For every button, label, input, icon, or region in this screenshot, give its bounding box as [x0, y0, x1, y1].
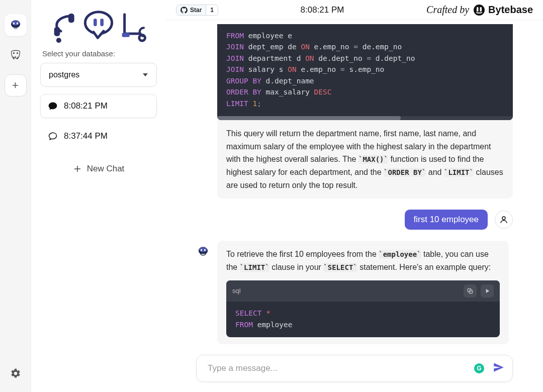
- svg-point-5: [17, 53, 18, 54]
- svg-rect-2: [13, 22, 15, 24]
- svg-point-1: [12, 21, 19, 26]
- assistant-avatar: [196, 28, 210, 42]
- brand-logo: [40, 7, 157, 47]
- code-lang-label: sql: [232, 286, 241, 297]
- main-panel: Star 1 8:08:21 PM Crafted by Bytebase FR…: [166, 0, 543, 392]
- svg-point-9: [85, 12, 112, 33]
- chat-item-label: 8:37:44 PM: [64, 131, 108, 141]
- svg-rect-20: [201, 249, 202, 251]
- composer[interactable]: G: [196, 355, 513, 382]
- run-code-button[interactable]: [481, 284, 494, 298]
- svg-point-14: [474, 5, 485, 16]
- user-avatar: [495, 211, 513, 229]
- bytebase-logo[interactable]: Bytebase: [473, 4, 533, 16]
- svg-rect-12: [122, 33, 130, 37]
- horizontal-scrollbar[interactable]: [217, 116, 513, 120]
- crafted-by: Crafted by Bytebase: [426, 4, 533, 16]
- plus-icon: [73, 164, 82, 173]
- grammarly-icon[interactable]: G: [474, 363, 484, 373]
- rail-add-button[interactable]: +: [5, 74, 27, 96]
- new-chat-label: New Chat: [87, 164, 125, 174]
- code-header: sql: [226, 280, 500, 302]
- settings-icon[interactable]: [10, 368, 21, 381]
- code-block: sql SELECT * FROM employee: [226, 280, 500, 337]
- composer-area: G: [166, 349, 543, 392]
- svg-rect-6: [54, 27, 60, 36]
- svg-rect-11: [100, 19, 104, 26]
- chat-item-label: 8:08:21 PM: [64, 101, 108, 111]
- svg-rect-7: [68, 14, 74, 23]
- message-input[interactable]: [207, 363, 474, 374]
- copy-code-button[interactable]: [464, 284, 477, 298]
- github-star-count: 1: [206, 5, 218, 15]
- svg-point-19: [199, 247, 207, 252]
- topbar: Star 1 8:08:21 PM Crafted by Bytebase: [166, 0, 543, 20]
- code-content[interactable]: SELECT * FROM employee: [226, 302, 500, 337]
- github-icon: [180, 7, 188, 14]
- crafted-by-text: Crafted by: [426, 4, 469, 16]
- chat-filled-icon: [48, 101, 58, 111]
- svg-rect-16: [480, 7, 482, 12]
- code-content[interactable]: FROM employee e JOIN dept_emp de ON e.em…: [217, 24, 513, 116]
- github-star-label: Star: [190, 7, 202, 14]
- sidebar: Select your database: postgres 8:08:21 P…: [31, 0, 166, 392]
- send-button[interactable]: [492, 361, 505, 376]
- github-star-button[interactable]: Star 1: [176, 5, 218, 16]
- db-select[interactable]: postgres: [40, 63, 157, 87]
- person-icon: [499, 215, 508, 224]
- svg-rect-21: [204, 249, 206, 251]
- svg-point-4: [13, 53, 14, 54]
- conversation-scroll[interactable]: FROM employee e JOIN dept_emp de ON e.em…: [166, 20, 543, 349]
- bytebase-name: Bytebase: [488, 4, 533, 16]
- chat-history-item[interactable]: 8:08:21 PM: [40, 94, 157, 118]
- svg-rect-15: [477, 7, 479, 12]
- page-title: 8:08:21 PM: [218, 5, 426, 15]
- assistant-message: FROM employee e JOIN dept_emp de ON e.em…: [196, 24, 513, 199]
- chat-outline-icon: [48, 131, 58, 141]
- svg-point-8: [56, 38, 61, 43]
- user-message: first 10 employee: [405, 210, 488, 230]
- rail-postgres-icon[interactable]: [5, 44, 27, 66]
- assistant-message: To retrieve the first 10 employees from …: [196, 241, 513, 344]
- db-select-value: postgres: [49, 70, 79, 79]
- svg-point-17: [502, 217, 505, 220]
- code-block: FROM employee e JOIN dept_emp de ON e.em…: [217, 24, 513, 120]
- new-chat-button[interactable]: New Chat: [40, 157, 157, 180]
- svg-rect-10: [94, 19, 97, 26]
- chat-history-item[interactable]: 8:37:44 PM: [40, 124, 157, 148]
- assistant-avatar: [196, 245, 210, 259]
- chevron-down-icon: [142, 72, 148, 78]
- rail-chat-icon[interactable]: [5, 14, 27, 36]
- app-rail: +: [0, 0, 31, 392]
- svg-rect-3: [17, 22, 18, 24]
- assistant-text: To retrieve the first 10 employees from …: [217, 241, 509, 273]
- db-select-label: Select your database:: [42, 49, 157, 58]
- assistant-text: This query will return the department na…: [217, 120, 513, 191]
- user-message-row: first 10 employee: [196, 210, 513, 230]
